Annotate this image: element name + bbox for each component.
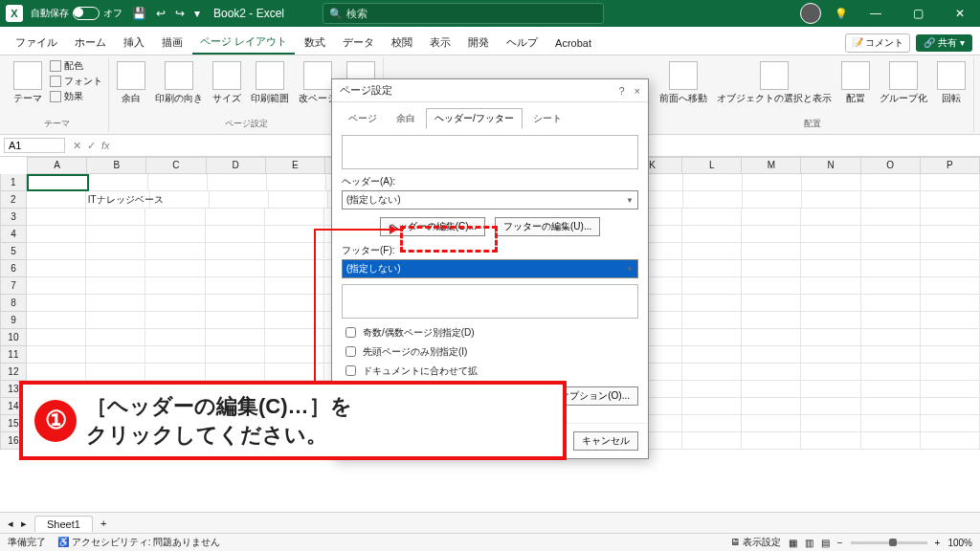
cell[interactable] (27, 329, 86, 346)
col-header[interactable]: N (801, 157, 860, 174)
row-header[interactable]: 11 (0, 346, 27, 364)
row-header[interactable]: 6 (0, 260, 27, 277)
cell[interactable] (742, 295, 801, 312)
cell[interactable] (682, 398, 742, 415)
cell[interactable] (682, 260, 742, 277)
cell[interactable] (921, 312, 980, 329)
cell[interactable] (801, 260, 860, 277)
cell[interactable] (265, 209, 324, 226)
share-button[interactable]: 🔗 共有 ▾ (916, 34, 972, 52)
orientation-button[interactable]: 印刷の向き (153, 59, 205, 107)
cell[interactable] (742, 243, 801, 260)
cell[interactable] (921, 209, 980, 226)
cell[interactable] (921, 191, 980, 209)
row-header[interactable]: 2 (0, 191, 27, 209)
redo-icon[interactable]: ↪ (175, 7, 185, 20)
cell[interactable] (206, 243, 265, 260)
cell[interactable] (265, 295, 324, 312)
group-button[interactable]: グループ化 (878, 59, 929, 107)
zoom-level[interactable]: 100% (947, 538, 972, 548)
cell[interactable] (208, 174, 267, 191)
first-page-checkbox[interactable]: 先頭ページのみ別指定(I) (342, 343, 638, 360)
cell[interactable] (210, 191, 269, 209)
cell[interactable] (921, 398, 980, 415)
cell[interactable] (861, 191, 921, 209)
cell[interactable] (801, 312, 860, 329)
close-button[interactable]: ✕ (946, 7, 974, 20)
row-header[interactable]: 9 (0, 312, 27, 329)
cell[interactable] (921, 364, 980, 381)
col-header[interactable]: L (682, 157, 742, 174)
cell[interactable] (742, 329, 801, 346)
dialog-tab-page[interactable]: ページ (340, 108, 386, 129)
odd-even-checkbox[interactable]: 奇数/偶数ページ別指定(D) (342, 324, 638, 341)
cell[interactable] (921, 432, 980, 450)
name-box[interactable] (4, 138, 65, 153)
cell[interactable] (861, 312, 921, 329)
cell[interactable] (921, 295, 980, 312)
tab-view[interactable]: 表示 (422, 32, 458, 54)
cell[interactable] (27, 174, 89, 191)
tab-formulas[interactable]: 数式 (297, 32, 333, 54)
accessibility-status[interactable]: ♿ アクセシビリティ: 問題ありません (57, 536, 220, 549)
cell[interactable] (743, 174, 802, 191)
cell[interactable] (86, 226, 145, 243)
cell[interactable] (27, 209, 86, 226)
cell[interactable] (682, 209, 742, 226)
row-header[interactable]: 12 (0, 364, 27, 381)
tab-acrobat[interactable]: Acrobat (547, 33, 599, 53)
footer-combo[interactable]: (指定しない)▼ (342, 259, 638, 278)
cell[interactable] (269, 191, 328, 209)
cell[interactable] (682, 277, 742, 295)
cell[interactable] (861, 381, 921, 398)
cell[interactable] (86, 243, 145, 260)
edit-header-button[interactable]: ヘッダーの編集(C)... (380, 217, 485, 236)
cell[interactable] (921, 415, 980, 432)
cell[interactable] (206, 346, 265, 364)
cell[interactable] (27, 312, 86, 329)
cell[interactable] (265, 260, 324, 277)
margins-button[interactable]: 余白 (115, 59, 147, 107)
tab-file[interactable]: ファイル (8, 32, 65, 54)
dialog-tab-sheet[interactable]: シート (524, 108, 570, 129)
cell[interactable] (742, 415, 801, 432)
cell[interactable] (802, 191, 861, 209)
cell[interactable] (861, 174, 921, 191)
display-settings-button[interactable]: 🖥 表示設定 (730, 536, 781, 549)
cell[interactable] (682, 381, 742, 398)
cell[interactable] (86, 260, 145, 277)
cell[interactable] (86, 209, 145, 226)
cell[interactable] (86, 277, 145, 295)
maximize-button[interactable]: ▢ (903, 7, 932, 20)
cell[interactable] (742, 432, 801, 450)
cell[interactable] (742, 398, 801, 415)
cell[interactable] (801, 209, 860, 226)
tab-page-layout[interactable]: ページ レイアウト (192, 31, 295, 55)
zoom-slider[interactable] (851, 541, 927, 544)
cell[interactable] (861, 209, 921, 226)
view-page-layout-icon[interactable]: ▥ (805, 538, 813, 548)
cell[interactable] (683, 174, 743, 191)
cell[interactable] (742, 277, 801, 295)
cell[interactable] (27, 243, 86, 260)
cell[interactable] (801, 364, 860, 381)
cell[interactable] (801, 226, 860, 243)
cell[interactable] (86, 346, 145, 364)
fx-icon[interactable]: fx (101, 140, 110, 151)
undo-icon[interactable]: ↩ (156, 7, 166, 20)
size-button[interactable]: サイズ (211, 59, 243, 107)
cell[interactable] (145, 243, 205, 260)
cell[interactable] (682, 415, 742, 432)
minimize-button[interactable]: — (861, 7, 890, 20)
cell[interactable] (27, 364, 86, 381)
cell[interactable] (145, 209, 205, 226)
edit-footer-button[interactable]: フッターの編集(U)... (495, 217, 600, 236)
cell[interactable] (801, 243, 860, 260)
enter-formula-icon[interactable]: ✓ (87, 140, 96, 152)
cell[interactable] (801, 415, 860, 432)
cell[interactable] (265, 329, 324, 346)
view-normal-icon[interactable]: ▦ (789, 538, 797, 548)
cell[interactable] (265, 226, 324, 243)
cell[interactable] (145, 312, 205, 329)
cell[interactable] (206, 226, 265, 243)
